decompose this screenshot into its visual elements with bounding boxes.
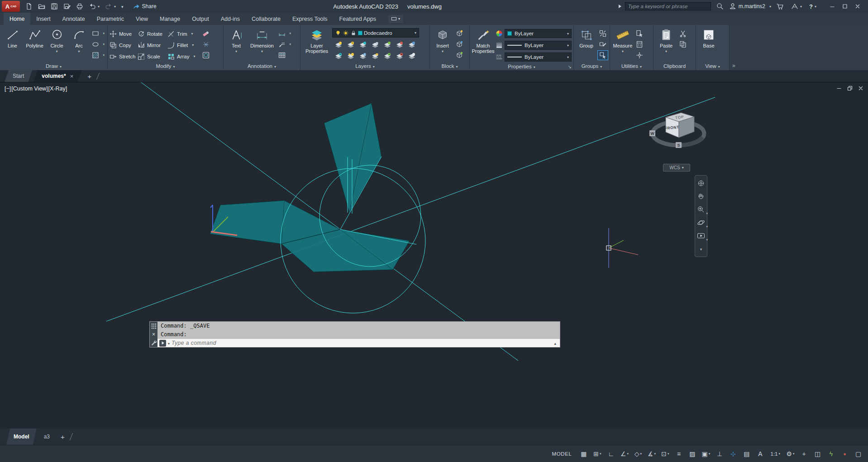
create-block-tool[interactable]	[454, 29, 464, 38]
lineweight-toggle[interactable]: ≡	[672, 448, 685, 460]
orbit-button[interactable]	[696, 218, 706, 228]
viewcube[interactable]: W S TOP FRONT WCS	[649, 107, 711, 171]
command-close-icon[interactable]	[152, 331, 155, 338]
line-tool[interactable]: Line	[2, 27, 23, 62]
panel-draw-footer[interactable]: Draw	[0, 62, 107, 70]
save-button[interactable]	[49, 2, 60, 11]
clean-screen-button[interactable]: ▢	[852, 448, 864, 460]
ortho-toggle[interactable]: ∟	[605, 448, 617, 460]
rotate-tool[interactable]: Rotate	[138, 28, 167, 39]
tab-insert[interactable]: Insert	[30, 13, 56, 25]
layer-off-tool[interactable]	[334, 40, 343, 49]
viewport-close-button[interactable]	[858, 86, 863, 91]
close-button[interactable]	[854, 3, 861, 10]
snap-toggle[interactable]: ⊞	[591, 448, 603, 460]
tab-parametric[interactable]: Parametric	[91, 13, 130, 25]
panel-annotation-footer[interactable]: Annotation	[224, 62, 300, 70]
qat-customize-button[interactable]	[119, 2, 125, 10]
isolate-objects-button[interactable]: ◫	[811, 448, 824, 460]
group-tool[interactable]: Group	[576, 27, 597, 62]
hardware-acceleration-indicator[interactable]: ●	[839, 448, 851, 460]
panel-modify-footer[interactable]: Modify	[108, 62, 223, 70]
construction-lines[interactable]	[106, 82, 715, 361]
linetype-dropdown[interactable]: ByLayer	[505, 52, 572, 62]
annotation-scale-button[interactable]: 1:1	[768, 448, 783, 460]
layer-previous-tool[interactable]	[407, 40, 417, 49]
file-tab-start[interactable]: Start	[5, 70, 32, 82]
table-tool[interactable]	[277, 51, 287, 60]
recent-commands-icon[interactable]	[168, 340, 170, 346]
command-window[interactable]: Command: _QSAVE Command:	[149, 321, 560, 348]
copy-clip-tool[interactable]	[678, 40, 688, 49]
customize-wrench-icon[interactable]	[151, 339, 157, 346]
redo-button[interactable]	[103, 2, 118, 11]
trim-tool[interactable]: Trim	[167, 28, 200, 39]
navigation-wheel-button[interactable]	[696, 178, 706, 188]
tab-collaborate[interactable]: Collaborate	[246, 13, 286, 25]
share-button[interactable]: Share	[133, 3, 157, 10]
new-drawing-button[interactable]	[24, 2, 34, 11]
layer-unlock-tool[interactable]	[370, 52, 380, 61]
group-edit-tool[interactable]	[598, 40, 608, 49]
model-space-button[interactable]: MODEL	[548, 448, 577, 460]
viewport-restore-button[interactable]	[847, 86, 853, 91]
search-flyout-arrow[interactable]	[619, 5, 621, 8]
quick-select-tool[interactable]	[634, 29, 644, 38]
pan-button[interactable]	[696, 191, 706, 201]
layout-tab-a3[interactable]: a3	[37, 429, 57, 445]
viewport-menu-control[interactable]: [−]	[5, 86, 11, 92]
tab-output[interactable]: Output	[186, 13, 215, 25]
layer-lock-tool[interactable]	[370, 40, 380, 49]
tab-express-tools[interactable]: Express Tools	[286, 13, 334, 25]
fillet-tool[interactable]: Fillet	[167, 39, 200, 51]
close-tab-icon[interactable]	[70, 73, 74, 80]
mirror-tool[interactable]: Mirror	[138, 39, 167, 51]
new-drawing-tab-button[interactable]	[87, 70, 91, 82]
make-current-tool[interactable]	[382, 40, 392, 49]
paste-tool[interactable]: Paste	[655, 27, 677, 62]
user-menu-button[interactable]: m.martins2	[729, 3, 771, 10]
layer-properties-tool[interactable]: Layer Properties	[302, 27, 331, 62]
navbar-more-button[interactable]	[696, 244, 706, 254]
rectangle-tool[interactable]	[91, 29, 100, 38]
tab-annotate[interactable]: Annotate	[57, 13, 91, 25]
save-as-button[interactable]	[62, 2, 72, 11]
explode-tool[interactable]	[201, 40, 211, 49]
plot-button[interactable]	[74, 2, 85, 11]
layer-unisolate-tool[interactable]	[334, 52, 343, 61]
layer-merge-tool[interactable]	[395, 52, 405, 61]
panel-block-footer[interactable]: Block	[430, 62, 469, 70]
tab-featured-apps[interactable]: Featured Apps	[334, 13, 382, 25]
graphics-performance-toggle[interactable]: ϟ	[825, 448, 837, 460]
stretch-tool[interactable]: Stretch	[110, 51, 138, 62]
erase-tool[interactable]	[201, 29, 211, 38]
selection-cycling-toggle[interactable]: ▣	[700, 448, 712, 460]
workspace-gear-button[interactable]: ⚙	[784, 448, 796, 460]
copy-tool[interactable]: Copy	[110, 39, 138, 51]
undo-button[interactable]	[87, 2, 101, 11]
layer-thaw-tool[interactable]	[358, 52, 368, 61]
panel-clipboard-footer[interactable]: Clipboard	[653, 62, 696, 70]
layout-tab-model[interactable]: Model	[6, 429, 37, 445]
dynamic-ucs-toggle[interactable]: ⊥	[713, 448, 725, 460]
array-tool[interactable]: Array	[167, 51, 200, 62]
dynamic-input-toggle[interactable]: ⊹	[727, 448, 739, 460]
offset-tool[interactable]	[201, 51, 211, 60]
ellipse-tool[interactable]	[91, 40, 100, 49]
viewport-visual-style-control[interactable]: [X-Ray]	[48, 86, 67, 92]
circle-tool[interactable]: Circle	[46, 27, 67, 62]
quick-properties-toggle[interactable]: ▤	[740, 448, 753, 460]
osnap-toggle[interactable]: ⊡	[659, 448, 671, 460]
customization-button[interactable]: +	[798, 448, 810, 460]
autodesk-apps-button[interactable]	[789, 2, 804, 11]
tab-view[interactable]: View	[130, 13, 154, 25]
panel-properties-footer[interactable]: Properties	[470, 62, 573, 70]
layer-freeze-tool[interactable]	[358, 40, 368, 49]
layer-match-tool[interactable]	[395, 40, 405, 49]
command-prompt-icon[interactable]	[159, 340, 166, 347]
polar-tracking-toggle[interactable]: ∠	[618, 448, 630, 460]
osnap-tracking-toggle[interactable]: ∡	[645, 448, 658, 460]
file-tab-current[interactable]: volumes*	[33, 70, 81, 82]
lineweight-dropdown[interactable]: ByLayer	[505, 41, 572, 50]
command-input[interactable]	[172, 340, 552, 346]
